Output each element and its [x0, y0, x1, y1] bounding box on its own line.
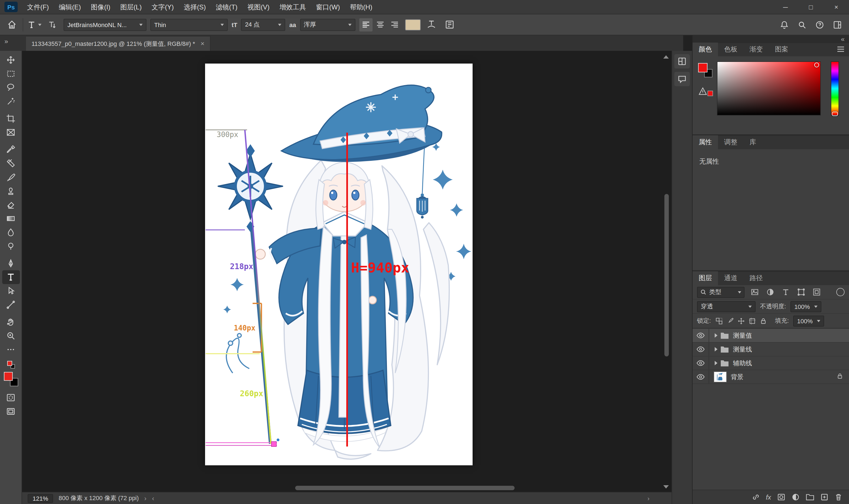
pen-tool[interactable] — [2, 256, 20, 270]
horizontal-scrollbar[interactable] — [295, 486, 514, 490]
delete-layer-icon[interactable] — [835, 493, 842, 501]
gamut-warning[interactable] — [699, 87, 707, 97]
text-orientation-button[interactable] — [45, 17, 60, 32]
notifications-button[interactable] — [777, 17, 792, 32]
filter-adjustment-button[interactable] — [764, 287, 776, 298]
lock-position-icon[interactable] — [737, 317, 745, 325]
home-button[interactable] — [4, 17, 19, 32]
status-prev-icon[interactable]: ‹ — [152, 494, 154, 502]
filter-type-button[interactable] — [780, 287, 791, 298]
menu-view[interactable]: 视图(V) — [242, 0, 274, 14]
toolbar-overflow-chevrons[interactable]: » — [4, 38, 8, 45]
close-button[interactable]: × — [824, 0, 849, 14]
hue-slider[interactable] — [831, 61, 839, 115]
warp-text-button[interactable] — [424, 17, 439, 32]
menu-plugins[interactable]: 增效工具 — [274, 0, 311, 14]
tab-properties[interactable]: 属性 — [692, 136, 718, 149]
expand-group-icon[interactable] — [715, 361, 718, 365]
expand-group-icon[interactable] — [715, 333, 718, 338]
tab-close-icon[interactable]: × — [201, 40, 204, 48]
new-layer-icon[interactable] — [820, 493, 829, 501]
align-left-button[interactable] — [359, 18, 372, 31]
document-tab[interactable]: 113343557_p0_master1200.jpg @ 121% (测量值,… — [26, 36, 211, 51]
foreground-color-swatch[interactable] — [4, 372, 13, 381]
collapsed-panel-comments[interactable] — [674, 72, 690, 86]
hue-slider-thumb[interactable] — [832, 112, 838, 116]
visibility-toggle[interactable] — [692, 370, 709, 383]
panel-fg-bg-colors[interactable] — [698, 63, 712, 77]
blur-tool[interactable] — [2, 226, 20, 239]
object-selection-tool[interactable] — [2, 94, 20, 108]
opacity-select[interactable]: 100% — [790, 301, 821, 312]
menu-file[interactable]: 文件(F) — [22, 0, 54, 14]
search-button[interactable] — [795, 17, 809, 32]
lock-transparency-icon[interactable] — [715, 317, 723, 325]
scroll-up-arrow[interactable] — [663, 55, 669, 58]
align-center-button[interactable] — [373, 18, 387, 31]
filter-smart-object-button[interactable] — [811, 287, 822, 298]
layer-effects-button[interactable]: fx — [766, 493, 771, 501]
toggle-panels-button[interactable] — [442, 17, 457, 32]
tab-swatches[interactable]: 色板 — [718, 42, 743, 56]
panel-menu-button[interactable] — [837, 46, 845, 54]
gradient-tool[interactable] — [2, 212, 20, 226]
layer-row-background[interactable]: 背景 — [692, 370, 849, 384]
font-family-select[interactable]: JetBrainsMonoNL N... — [64, 19, 146, 31]
layer-mask-icon[interactable] — [777, 493, 785, 501]
lasso-tool[interactable] — [2, 81, 20, 94]
edit-toolbar-button[interactable] — [2, 343, 20, 357]
menu-select[interactable]: 选择(S) — [179, 0, 211, 14]
document-artboard[interactable]: 300px 218px 140px 260px H=940px — [205, 64, 473, 465]
help-button[interactable] — [813, 17, 827, 32]
quick-mask-button[interactable] — [2, 391, 20, 404]
tab-patterns[interactable]: 图案 — [769, 42, 794, 56]
layer-row-guides[interactable]: 辅助线 — [692, 357, 849, 370]
tab-libraries[interactable]: 库 — [743, 136, 762, 149]
menu-window[interactable]: 窗口(W) — [311, 0, 345, 14]
filter-shape-button[interactable] — [795, 287, 807, 298]
brush-tool[interactable] — [2, 170, 20, 184]
filter-image-button[interactable] — [749, 287, 760, 298]
status-next-icon[interactable]: › — [144, 494, 146, 502]
collapsed-panel-history[interactable] — [674, 54, 690, 69]
new-group-icon[interactable] — [806, 493, 814, 501]
visibility-toggle[interactable] — [692, 343, 709, 356]
eyedropper-tool[interactable] — [2, 143, 20, 156]
tab-channels[interactable]: 通道 — [718, 271, 743, 285]
menu-edit[interactable]: 编辑(E) — [54, 0, 86, 14]
fill-select[interactable]: 100% — [793, 315, 824, 326]
font-style-select[interactable]: Thin — [150, 19, 228, 31]
tab-gradients[interactable]: 渐变 — [743, 42, 769, 56]
filter-kind-select[interactable]: 类型 — [697, 287, 744, 298]
menu-type[interactable]: 文字(Y) — [147, 0, 179, 14]
link-layers-icon[interactable] — [752, 493, 760, 501]
text-color-swatch[interactable] — [405, 19, 420, 30]
scroll-down-arrow[interactable] — [663, 485, 669, 488]
menu-help[interactable]: 帮助(H) — [345, 0, 377, 14]
layer-thumbnail[interactable] — [713, 371, 727, 382]
scroll-right-arrow[interactable]: › — [648, 495, 649, 502]
tab-adjustments[interactable]: 调整 — [718, 136, 743, 149]
layer-row-measure-lines[interactable]: 测量线 — [692, 343, 849, 357]
crop-tool[interactable] — [2, 112, 20, 125]
collapse-panels-chevrons[interactable]: « — [841, 35, 845, 43]
filter-toggle[interactable] — [836, 288, 845, 296]
saturation-brightness-box[interactable] — [717, 61, 821, 115]
path-selection-tool[interactable] — [2, 284, 20, 298]
vertical-scrollbar[interactable] — [664, 194, 669, 357]
visibility-toggle[interactable] — [692, 329, 709, 342]
clone-stamp-tool[interactable] — [2, 184, 20, 198]
align-right-button[interactable] — [388, 18, 401, 31]
canvas-area[interactable]: 300px 218px 140px 260px H=940px 121% 800… — [22, 51, 672, 504]
foreground-background-colors[interactable] — [4, 372, 18, 386]
frame-tool[interactable] — [2, 125, 20, 139]
expand-group-icon[interactable] — [715, 347, 718, 352]
menu-image[interactable]: 图像(I) — [86, 0, 115, 14]
tab-paths[interactable]: 路径 — [743, 271, 769, 285]
zoom-tool[interactable] — [2, 329, 20, 343]
color-cursor[interactable] — [814, 62, 819, 68]
anti-alias-select[interactable]: 浑厚 — [300, 19, 355, 31]
hand-tool[interactable] — [2, 315, 20, 329]
rect-marquee-tool[interactable] — [2, 67, 20, 81]
lock-pixels-icon[interactable] — [726, 317, 734, 325]
